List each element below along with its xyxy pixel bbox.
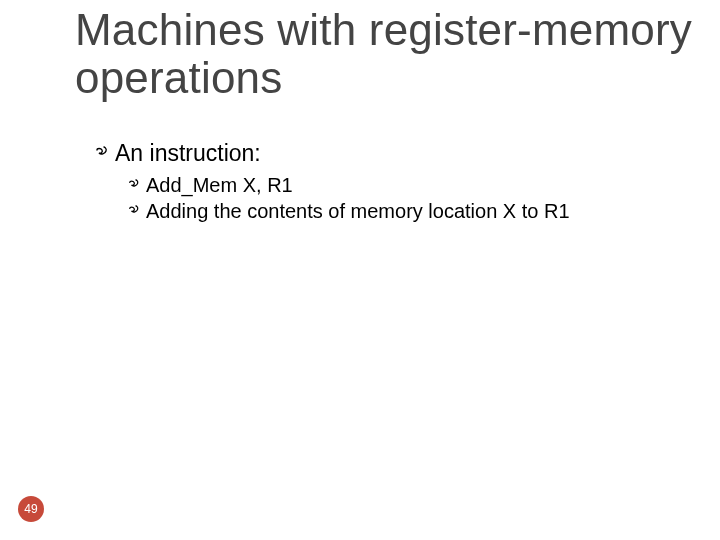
slide-title: Machines with register-memory operations	[75, 6, 695, 101]
bullet-level1: An instruction:	[95, 140, 261, 168]
bullet-icon	[128, 175, 142, 198]
bullet-text: Add_Mem X, R1	[146, 174, 293, 196]
bullet-level2: Add_Mem X, R1	[128, 174, 293, 198]
page-number-badge: 49	[18, 496, 44, 522]
bullet-level2: Adding the contents of memory location X…	[128, 200, 570, 224]
bullet-icon	[128, 201, 142, 224]
bullet-icon	[95, 141, 111, 168]
bullet-text: Adding the contents of memory location X…	[146, 200, 570, 222]
bullet-text: An instruction:	[115, 140, 261, 166]
page-number: 49	[24, 502, 37, 516]
slide: Machines with register-memory operations…	[0, 0, 720, 540]
